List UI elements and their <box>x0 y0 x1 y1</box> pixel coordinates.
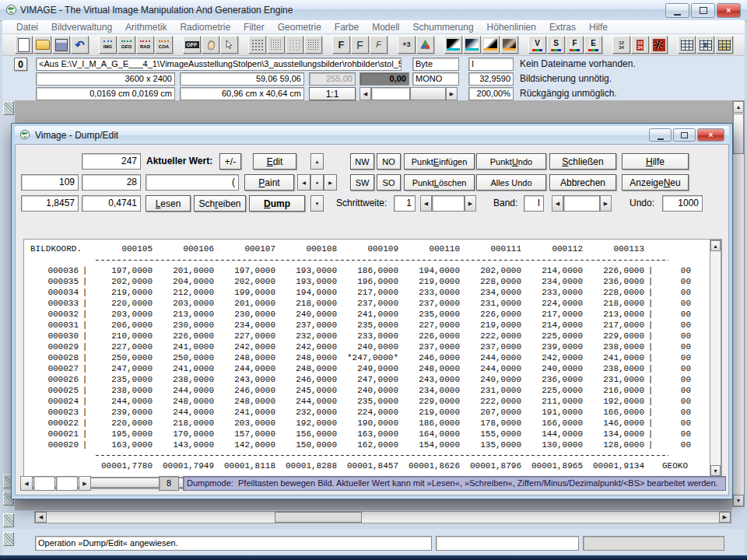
open-folder-button[interactable] <box>33 36 51 54</box>
band-select-field[interactable]: I <box>524 195 544 212</box>
table-vscrollbar[interactable] <box>710 240 721 477</box>
punkt-undo-button[interactable]: Punkt Undo <box>476 153 546 170</box>
main-scroll-left[interactable] <box>35 512 47 523</box>
main-hscrollbar[interactable] <box>34 511 731 523</box>
zoom-scroll-left[interactable] <box>359 87 371 100</box>
punkt-einfuegen-button[interactable]: Punkt Einfügen <box>404 153 475 170</box>
main-vscrollbar[interactable] <box>732 100 745 507</box>
diag-contrast-3-button[interactable] <box>482 36 500 54</box>
anzeige-neu-button[interactable]: Anzeige Neu <box>622 174 689 191</box>
zoom-scroll-track[interactable] <box>371 87 410 100</box>
lesen-button[interactable]: Lesen <box>146 195 191 212</box>
alles-undo-button[interactable]: Alles Undo <box>476 174 546 191</box>
step-up-button[interactable]: ▲ <box>310 153 324 170</box>
schrittweite-scroll-left[interactable] <box>420 195 432 212</box>
step-right-button[interactable]: ▶ <box>324 174 337 191</box>
tool-f-button[interactable]: F <box>566 36 584 54</box>
dump-button[interactable]: Dump <box>249 195 305 212</box>
close-button[interactable]: × <box>717 3 741 18</box>
schrittweite-scroll-track[interactable] <box>432 195 465 212</box>
font-f-small-button[interactable]: F <box>370 36 388 54</box>
raster-dark-button[interactable] <box>304 36 322 54</box>
data-format-field[interactable]: Byte <box>412 58 459 71</box>
numbers-12-34-button[interactable]: 12 34 <box>612 36 630 54</box>
table-scroll-down[interactable] <box>710 465 721 476</box>
undo-button[interactable]: ↶ <box>71 36 89 54</box>
grid-8-button[interactable]: 8 <box>696 36 714 54</box>
band-scroll-right[interactable] <box>600 195 612 212</box>
tool-e-button[interactable]: E <box>584 36 602 54</box>
menu-hilfe[interactable]: Hilfe <box>589 22 608 33</box>
dialog-minimize-button[interactable] <box>649 128 672 142</box>
menu-extras[interactable]: Extras <box>549 22 576 33</box>
step-left-button[interactable]: ◀ <box>297 174 310 191</box>
menu-datei[interactable]: Datei <box>16 22 38 33</box>
zoom-scroll-thumb[interactable] <box>410 87 446 100</box>
max-value-field[interactable]: 255,00 <box>309 72 356 86</box>
scroll-down-button[interactable] <box>733 495 744 506</box>
dialog-titlebar[interactable]: Vimage - Dump/Edit × <box>15 126 729 144</box>
tool-v-button[interactable]: V <box>528 36 546 54</box>
coa-channels-button[interactable]: COA <box>155 36 173 54</box>
left-tool-icon-4[interactable] <box>3 513 14 527</box>
abbrechen-button[interactable]: Abbrechen <box>549 174 616 191</box>
left-tool-icon-5[interactable] <box>3 532 14 546</box>
font-f-bold-button[interactable]: F <box>332 36 350 54</box>
geo-channels-button[interactable]: GEO <box>117 36 135 54</box>
vscroll-thumb[interactable] <box>733 114 744 154</box>
print-size-field[interactable]: 60,96 cm x 40,64 cm <box>180 87 304 100</box>
zoom-scroll-right[interactable] <box>446 87 458 100</box>
dump-scroll-right[interactable] <box>79 476 91 491</box>
new-file-button[interactable] <box>15 36 33 54</box>
menu-modell[interactable]: Modell <box>372 22 399 33</box>
menu-h-henlinien[interactable]: Höhenlinien <box>487 22 536 33</box>
paint-button[interactable]: Paint <box>244 174 294 191</box>
grid-button[interactable] <box>678 36 696 54</box>
raster-faint-button[interactable] <box>286 36 303 54</box>
menu-radiometrie[interactable]: Radiometrie <box>180 22 230 33</box>
dialog-close-button[interactable]: × <box>697 128 724 142</box>
diag-contrast-1-button[interactable] <box>444 36 462 54</box>
tool-s-button[interactable]: S <box>547 36 565 54</box>
menu-geometrie[interactable]: Geometrie <box>278 22 321 33</box>
font-f-regular-button[interactable]: F <box>351 36 369 54</box>
sw-button[interactable]: SW <box>350 174 374 191</box>
left-tool-icon-1[interactable] <box>3 101 14 115</box>
undo-count-field[interactable]: 1000 <box>662 195 703 212</box>
so-button[interactable]: SO <box>377 174 401 191</box>
pixel-value-field[interactable]: 32,9590 <box>468 72 514 86</box>
folder-grid-button[interactable] <box>715 36 733 54</box>
current-value-field[interactable]: 247 <box>82 153 141 170</box>
menu-bildverwaltung[interactable]: Bildverwaltung <box>51 22 112 33</box>
row-field[interactable]: 28 <box>82 174 141 191</box>
raster-medium-button[interactable] <box>267 36 285 54</box>
scroll-up-button[interactable] <box>733 101 744 113</box>
save-button[interactable] <box>52 36 70 54</box>
no-button[interactable]: NO <box>377 153 401 170</box>
edit-button[interactable]: Edit <box>253 153 296 170</box>
zoom-field[interactable]: 200,00% <box>468 87 514 100</box>
raster-light-button[interactable] <box>248 36 266 54</box>
scale-1-1-button[interactable]: 1:1 <box>309 87 356 100</box>
step-center-button[interactable]: ● <box>310 174 324 191</box>
mode-field[interactable]: MONO <box>412 72 459 86</box>
menu-arithmetik[interactable]: Arithmetik <box>125 22 167 33</box>
plusminus-button[interactable]: +/- <box>219 153 241 170</box>
add-point-button[interactable]: +3 <box>398 36 416 54</box>
diag-contrast-2-button[interactable] <box>463 36 481 54</box>
dialog-maximize-button[interactable] <box>673 128 696 142</box>
geo-x-field[interactable]: 1,8457 <box>21 195 79 212</box>
pan-hand-button[interactable] <box>202 36 219 54</box>
menu-farbe[interactable]: Farbe <box>335 22 359 33</box>
minimize-button[interactable] <box>665 3 689 18</box>
geo-y-field[interactable]: 0,4741 <box>82 195 141 212</box>
gear-red-button[interactable] <box>650 36 668 54</box>
image-path-field[interactable]: <Aus E:\V_I_M_A_G_E___4_1\VimageAusstell… <box>36 58 402 71</box>
band-scroll-track[interactable] <box>563 195 600 212</box>
table-scroll-up[interactable] <box>710 240 721 251</box>
image-index-button[interactable]: 0 <box>14 58 27 71</box>
color-triangle-button[interactable] <box>416 36 434 54</box>
img-channels-button[interactable]: IMG <box>99 36 117 54</box>
pixel-size-field[interactable]: 0,0169 cm 0,0169 cm <box>36 87 175 100</box>
menu-schummerung[interactable]: Schummerung <box>413 22 474 33</box>
